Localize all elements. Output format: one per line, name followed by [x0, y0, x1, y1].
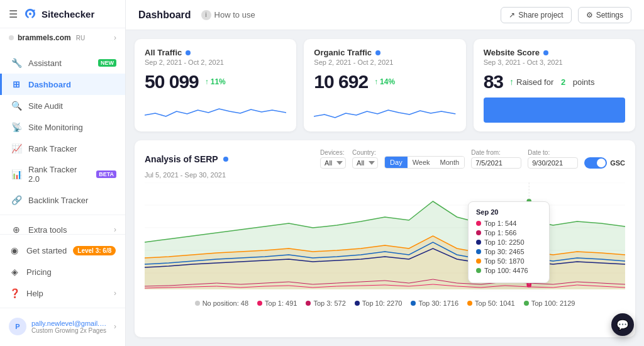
user-subscription: Custom Growing 2x Pages [31, 327, 109, 334]
date-from-label: Date from: [471, 149, 521, 156]
sidebar-item-rank-tracker[interactable]: 📈 Rank Tracker [0, 138, 125, 159]
sidebar-label-pricing: Pricing [26, 267, 52, 277]
rank-tracker-icon: 📈 [11, 143, 22, 153]
sidebar-label-get-started: Get started [26, 246, 67, 255]
legend-label-top10: Top 10: 2270 [362, 299, 402, 307]
sidebar-header: ☰ Sitechecker [0, 0, 125, 28]
legend-top3: Top 3: 572 [306, 299, 345, 307]
hamburger-icon[interactable]: ☰ [9, 8, 18, 20]
content-area: All Traffic Sep 2, 2021 - Oct 2, 2021 50… [126, 30, 644, 346]
date-to-input[interactable] [528, 157, 578, 169]
legend-dot-top50 [467, 301, 472, 306]
sidebar-bottom: ◉ Get started Level 3: 6/8 ◈ Pricing ❓ H… [0, 234, 125, 346]
settings-button[interactable]: ⚙ Settings [578, 7, 631, 23]
user-chevron-icon: › [114, 322, 116, 331]
period-month-button[interactable]: Month [435, 157, 465, 168]
tooltip-dot-2 [476, 240, 481, 245]
level-badge: Level 3: 6/8 [73, 246, 116, 255]
serp-header: Analysis of SERP Devices: All Country: A… [145, 149, 625, 169]
nav-divider [0, 215, 125, 215]
main-content: Dashboard i How to use ↗ Share project ⚙… [126, 0, 644, 346]
sidebar-item-dashboard[interactable]: ⊞ Dashboard [0, 74, 125, 95]
chat-bubble[interactable]: 💬 [611, 313, 634, 336]
legend-dot-top30 [411, 301, 416, 306]
legend-dot-top100 [524, 301, 529, 306]
legend-no-position: No position: 48 [195, 299, 248, 307]
website-score-desc: ↑ Raised for 2 points [509, 77, 594, 87]
tooltip-label-4: Top 50: 1870 [484, 257, 525, 265]
date-from-input[interactable] [471, 157, 521, 169]
serp-chart-svg [145, 182, 625, 296]
legend-dot-no-position [195, 301, 200, 306]
serp-tooltip: Sep 20 Top 1: 544 Top 1: 566 Top 10: 225… [468, 201, 550, 283]
sidebar-label-dashboard: Dashboard [28, 80, 116, 89]
website-score-card: Website Score Sep 3, 2021 - Oct 3, 2021 … [474, 39, 635, 131]
chart-legend: No position: 48 Top 1: 491 Top 3: 572 To… [145, 299, 625, 307]
all-traffic-value: 50 099 [145, 71, 199, 92]
sidebar-label-site-monitoring: Site Monitoring [28, 123, 116, 132]
organic-traffic-trend: ↑ 14% [374, 77, 395, 86]
date-to-group: Date to: [528, 149, 578, 169]
country-select[interactable]: All [352, 157, 378, 169]
beta-badge: BETA [96, 170, 116, 178]
tooltip-row-0: Top 1: 544 [476, 220, 541, 227]
legend-top1: Top 1: 491 [257, 299, 297, 307]
legend-label-top30: Top 30: 1716 [418, 299, 458, 307]
organic-traffic-date: Sep 2, 2021 - Oct 2, 2021 [314, 59, 455, 66]
sidebar-item-rank-tracker-2[interactable]: 📊 Rank Tracker 2.0 BETA [0, 159, 125, 189]
organic-traffic-value: 10 692 [314, 71, 368, 92]
tooltip-dot-4 [476, 259, 481, 264]
chat-icon: 💬 [616, 319, 629, 331]
site-name: brammels.com [18, 33, 71, 42]
share-label: Share project [518, 11, 563, 20]
devices-select[interactable]: All [320, 157, 346, 169]
gsc-toggle-thumb [597, 159, 606, 167]
user-section[interactable]: P pally.newlevel@gmail.com Custom Growin… [0, 312, 125, 341]
gsc-label: GSC [610, 159, 625, 167]
serp-title: Analysis of SERP [145, 154, 218, 164]
sidebar-label-rank-tracker: Rank Tracker [28, 144, 116, 153]
gear-icon: ⚙ [586, 11, 593, 20]
sidebar-item-site-monitoring[interactable]: 📡 Site Monitoring [0, 116, 125, 138]
sidebar-item-help[interactable]: ❓ Help › [0, 282, 125, 304]
legend-label-top50: Top 50: 1041 [475, 299, 515, 307]
all-traffic-trend-value: 11% [211, 77, 226, 86]
tooltip-row-5: Top 100: 4476 [476, 267, 541, 274]
sidebar-item-site-audit[interactable]: 🔍 Site Audit [0, 95, 125, 116]
all-traffic-title: All Traffic [145, 48, 182, 57]
website-score-dot [543, 50, 548, 55]
all-traffic-chart [145, 98, 286, 123]
sidebar-item-backlink-tracker[interactable]: 🔗 Backlink Tracker [0, 189, 125, 211]
gsc-toggle-track[interactable] [584, 157, 607, 169]
site-monitoring-icon: 📡 [11, 122, 22, 132]
legend-label-top100: Top 100: 2129 [531, 299, 575, 307]
sidebar-item-assistant[interactable]: 🔧 Assistant NEW [0, 52, 125, 74]
get-started-icon: ◉ [9, 245, 20, 255]
sidebar-item-extra-tools[interactable]: ⊕ Extra tools › [0, 219, 125, 234]
website-score-chart [484, 98, 625, 123]
how-to-use-link[interactable]: i How to use [201, 10, 255, 20]
tooltip-row-2: Top 10: 2250 [476, 238, 541, 246]
website-score-date: Sep 3, 2021 - Oct 3, 2021 [484, 59, 625, 66]
date-to-label: Date to: [528, 149, 578, 156]
period-week-button[interactable]: Week [408, 157, 435, 168]
organic-traffic-title: Organic Traffic [314, 48, 372, 57]
backlink-tracker-icon: 🔗 [11, 195, 22, 205]
rank-tracker-2-icon: 📊 [11, 169, 22, 179]
sidebar-label-assistant: Assistant [28, 59, 92, 68]
share-project-button[interactable]: ↗ Share project [501, 7, 571, 23]
website-score-value: 83 [484, 71, 503, 92]
avatar: P [9, 318, 26, 335]
sidebar: ☰ Sitechecker brammels.com RU › 🔧 Assist… [0, 0, 126, 346]
site-chevron-icon: › [114, 33, 116, 42]
sidebar-item-get-started[interactable]: ◉ Get started Level 3: 6/8 [0, 240, 125, 261]
sidebar-nav: 🔧 Assistant NEW ⊞ Dashboard 🔍 Site Audit… [0, 47, 125, 234]
gsc-toggle[interactable]: GSC [584, 157, 625, 169]
period-day-button[interactable]: Day [385, 157, 408, 168]
legend-dot-top10 [355, 301, 360, 306]
settings-label: Settings [596, 11, 623, 20]
sidebar-item-pricing[interactable]: ◈ Pricing [0, 261, 125, 282]
tooltip-dot-1 [476, 230, 481, 235]
site-selector[interactable]: brammels.com RU › [0, 28, 125, 47]
tooltip-dot-5 [476, 268, 481, 273]
